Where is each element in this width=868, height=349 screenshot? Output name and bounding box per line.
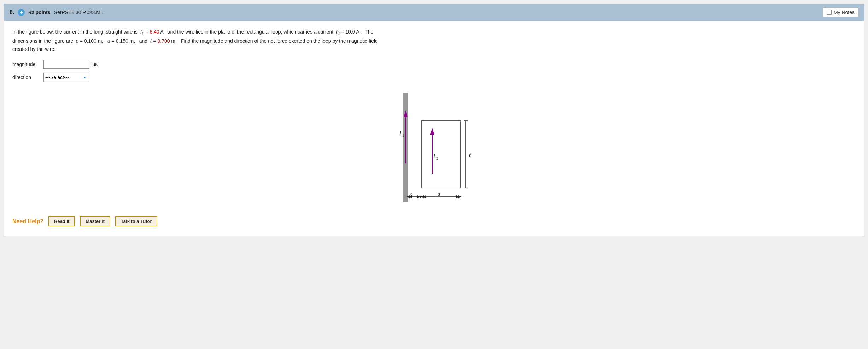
my-notes-button[interactable]: My Notes	[823, 8, 858, 17]
svg-rect-5	[422, 121, 461, 188]
read-it-button[interactable]: Read It	[48, 216, 75, 226]
magnitude-input[interactable]	[43, 60, 89, 69]
header-left: 8. + -/2 points SerPSE8 30.P.023.MI.	[10, 9, 103, 16]
svg-marker-20	[422, 195, 426, 198]
direction-label: direction	[12, 75, 41, 80]
svg-text:I: I	[399, 130, 401, 136]
magnitude-unit: μN	[92, 61, 99, 67]
question-header: 8. + -/2 points SerPSE8 30.P.023.MI. My …	[4, 4, 864, 21]
direction-row: direction ---Select--- toward the wire a…	[12, 73, 856, 82]
magnitude-row: magnitude μN	[12, 60, 856, 69]
svg-marker-18	[408, 195, 412, 198]
question-number: 8.	[10, 9, 14, 16]
my-notes-label: My Notes	[834, 10, 855, 15]
svg-text:I: I	[433, 153, 435, 159]
points-label: -/2 points	[28, 10, 50, 15]
problem-text: In the figure below, the current in the …	[12, 28, 856, 54]
svg-text:ℓ: ℓ	[469, 152, 471, 158]
figure-diagram: I 1 I 2 ℓ	[381, 93, 487, 206]
svg-text:1: 1	[402, 133, 404, 137]
svg-marker-7	[430, 128, 434, 135]
svg-marker-19	[417, 195, 421, 198]
figure-container: I 1 I 2 ℓ	[12, 93, 856, 206]
help-row: Need Help? Read It Master It Talk to a T…	[12, 213, 856, 229]
question-container: 8. + -/2 points SerPSE8 30.P.023.MI. My …	[4, 4, 864, 236]
svg-text:2: 2	[436, 156, 439, 160]
direction-select[interactable]: ---Select--- toward the wire away from t…	[43, 73, 89, 82]
question-body: In the figure below, the current in the …	[4, 21, 864, 236]
my-notes-checkbox	[827, 10, 832, 15]
plus-icon: +	[18, 9, 25, 16]
problem-id: SerPSE8 30.P.023.MI.	[54, 10, 103, 15]
svg-text:a: a	[438, 191, 440, 197]
svg-marker-21	[456, 195, 460, 198]
need-help-label: Need Help?	[12, 218, 43, 225]
magnitude-label: magnitude	[12, 61, 41, 67]
talk-to-tutor-button[interactable]: Talk to a Tutor	[115, 216, 158, 226]
master-it-button[interactable]: Master It	[80, 216, 110, 226]
